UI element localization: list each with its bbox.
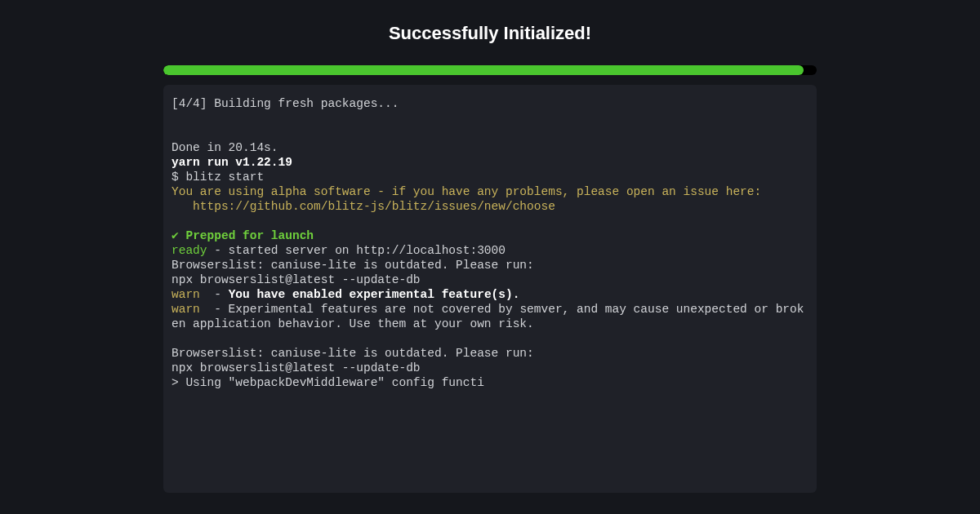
terminal-ready-rest: - started server on http://localhost:300… [207, 244, 506, 257]
terminal-output[interactable]: [4/4] Building fresh packages... Done in… [163, 85, 817, 493]
terminal-warn2-rest: - Experimental features are not covered … [172, 303, 804, 330]
terminal-alpha-warning: You are using alpha software - if you ha… [172, 185, 761, 213]
terminal-ready-label: ready [172, 244, 207, 257]
terminal-browserslist-1: Browserslist: caniuse-lite is outdated. … [172, 259, 534, 286]
terminal-warn1-dash: - [200, 288, 229, 301]
terminal-done: Done in 20.14s. [172, 141, 278, 154]
terminal-blitz-start: $ blitz start [172, 171, 264, 184]
terminal-warn1-bold: You have enabled experimental feature(s)… [229, 288, 520, 301]
terminal-browserslist-2: Browserslist: caniuse-lite is outdated. … [172, 347, 534, 374]
terminal-warn-label-2: warn [172, 303, 200, 316]
page-title: Successfully Initialized! [163, 23, 817, 44]
terminal-warn-label-1: warn [172, 288, 200, 301]
app-container: Successfully Initialized! [4/4] Building… [163, 0, 817, 493]
terminal-prepped: Prepped for launch [179, 229, 314, 242]
progress-fill [163, 65, 804, 75]
terminal-webpack: > Using "webpackDevMiddleware" config fu… [172, 376, 484, 389]
terminal-step: [4/4] Building fresh packages... [172, 97, 399, 110]
terminal-yarn-version: yarn run v1.22.19 [172, 156, 292, 169]
check-icon: ✔ [172, 229, 179, 242]
progress-bar [163, 65, 817, 75]
